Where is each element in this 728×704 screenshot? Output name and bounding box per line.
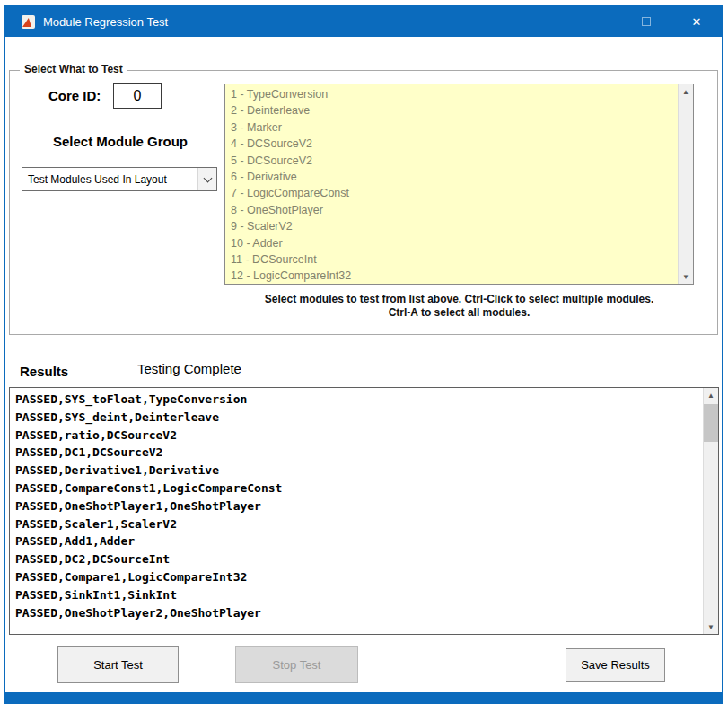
scroll-up-icon[interactable]: ▲ — [679, 84, 693, 99]
result-row: PASSED,OneShotPlayer2,OneShotPlayer — [15, 604, 697, 622]
close-button[interactable]: ✕ — [671, 6, 722, 37]
matlab-icon — [22, 15, 35, 29]
groupbox-label: Select What to Test — [20, 63, 127, 75]
testing-status: Testing Complete — [137, 361, 241, 376]
maximize-icon — [642, 17, 651, 26]
module-list-item[interactable]: 6 - Derivative — [231, 169, 675, 185]
result-row: PASSED,Add1,Adder — [15, 532, 697, 550]
chevron-down-icon — [203, 173, 212, 182]
module-help-line1: Select modules to test from list above. … — [224, 293, 694, 306]
module-group-dropdown[interactable]: Test Modules Used In Layout — [22, 167, 217, 191]
module-scrollbar-track[interactable] — [679, 99, 693, 269]
stop-test-button: Stop Test — [235, 646, 358, 683]
scrollbar-thumb[interactable] — [704, 404, 718, 442]
core-id-label: Core ID: — [48, 88, 101, 103]
window-bottom-border — [5, 692, 722, 703]
results-scrollbar-track[interactable] — [704, 402, 718, 620]
module-list-item[interactable]: 4 - DCSourceV2 — [231, 136, 675, 152]
titlebar[interactable]: Module Regression Test ✕ — [5, 6, 722, 37]
core-id-input[interactable] — [113, 83, 162, 109]
module-list-item[interactable]: 1 - TypeConversion — [231, 86, 675, 102]
window-title: Module Regression Test — [43, 15, 571, 29]
module-list-item[interactable]: 9 - ScalerV2 — [231, 218, 675, 234]
result-rows: PASSED,SYS_toFloat,TypeConversionPASSED,… — [15, 391, 697, 634]
maximize-button[interactable] — [621, 6, 671, 37]
module-list-item[interactable]: 7 - LogicCompareConst — [231, 185, 675, 201]
module-list-item[interactable]: 12 - LogicCompareInt32 — [231, 268, 675, 284]
start-test-button[interactable]: Start Test — [57, 646, 179, 683]
module-list-item[interactable]: 10 - Adder — [231, 235, 675, 251]
dropdown-selected-value: Test Modules Used In Layout — [22, 173, 197, 186]
module-list-item[interactable]: 11 - DCSourceInt — [231, 251, 675, 268]
result-row: PASSED,DC1,DCSourceV2 — [15, 444, 697, 462]
result-row: PASSED,OneShotPlayer1,OneShotPlayer — [15, 497, 697, 515]
save-results-button[interactable]: Save Results — [566, 648, 665, 682]
result-row: PASSED,DC2,DCSourceInt — [15, 550, 697, 568]
window-controls: ✕ — [571, 6, 722, 37]
dropdown-chevron-button[interactable] — [197, 168, 216, 190]
result-row: PASSED,SinkInt1,SinkInt — [15, 586, 697, 604]
module-list-scrollbar[interactable]: ▲ ▼ — [678, 84, 693, 284]
scroll-down-icon[interactable]: ▼ — [679, 269, 693, 284]
module-help-text: Select modules to test from list above. … — [224, 293, 694, 320]
result-row: PASSED,ratio,DCSourceV2 — [15, 427, 697, 444]
result-row: PASSED,SYS_toFloat,TypeConversion — [15, 391, 697, 409]
module-items: 1 - TypeConversion2 - Deinterleave3 - Ma… — [231, 86, 675, 284]
results-label: Results — [20, 364, 68, 379]
module-listbox[interactable]: 1 - TypeConversion2 - Deinterleave3 - Ma… — [224, 84, 694, 285]
app-window: Module Regression Test ✕ Select What to … — [4, 5, 723, 704]
close-icon: ✕ — [692, 15, 702, 29]
scroll-down-icon[interactable]: ▼ — [704, 620, 718, 634]
minimize-icon — [592, 22, 601, 22]
results-scrollbar[interactable]: ▲ ▼ — [703, 388, 718, 634]
module-help-line2: Ctrl-A to select all modules. — [224, 306, 694, 320]
select-module-group-label: Select Module Group — [23, 134, 217, 149]
result-row: PASSED,Scaler1,ScalerV2 — [15, 515, 697, 533]
module-list-item[interactable]: 5 - DCSourceV2 — [231, 153, 675, 169]
window-body: Select What to Test Core ID: Select Modu… — [5, 37, 722, 692]
result-row: PASSED,Compare1,LogicCompareInt32 — [15, 568, 697, 586]
result-row: PASSED,CompareConst1,LogicCompareConst — [15, 480, 697, 497]
module-list-item[interactable]: 3 - Marker — [231, 119, 675, 136]
module-list-item[interactable]: 2 - Deinterleave — [231, 102, 675, 119]
result-row: PASSED,Derivative1,Derivative — [15, 462, 697, 480]
result-row: PASSED,SYS_deint,Deinterleave — [15, 409, 697, 427]
scroll-up-icon[interactable]: ▲ — [704, 388, 718, 402]
minimize-button[interactable] — [571, 6, 621, 37]
results-listbox[interactable]: PASSED,SYS_toFloat,TypeConversionPASSED,… — [9, 387, 719, 635]
module-list-item[interactable]: 8 - OneShotPlayer — [231, 202, 675, 218]
